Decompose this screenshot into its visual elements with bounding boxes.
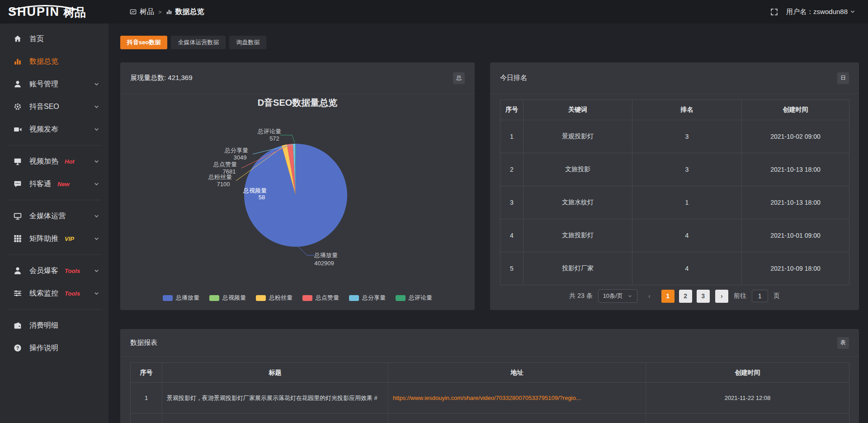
legend-swatch	[256, 295, 266, 301]
legend-swatch	[209, 295, 219, 301]
sidebar-item-sliders[interactable]: 线索监控Tools	[0, 282, 108, 305]
table-badge-button[interactable]: 表	[837, 337, 849, 349]
overview-panel: 展现量总数: 421,369 总 D音SEO数据量总览 总播放量402909总视…	[120, 62, 475, 310]
table-row	[131, 414, 849, 423]
sidebar-item-label: 视频发布	[29, 125, 58, 134]
sidebar-item-tag: New	[57, 181, 70, 188]
sidebar-divider	[7, 200, 101, 200]
report-cell-index	[131, 414, 162, 423]
tab-1[interactable]: 全媒体运营数据	[171, 36, 226, 49]
screen-icon	[14, 157, 23, 165]
member-icon	[14, 267, 23, 275]
page-button-3[interactable]: 3	[697, 290, 710, 303]
sidebar-divider	[7, 145, 101, 146]
sidebar-item-label: 抖客通	[29, 179, 51, 189]
sidebar-divider	[7, 309, 101, 310]
tab-2[interactable]: 询盘数据	[229, 36, 266, 49]
legend-item-总分享量[interactable]: 总分享量	[349, 294, 386, 302]
rank-cell: 2021-10-13 18:00	[742, 153, 849, 186]
rank-cell: 2021-10-13 18:00	[742, 186, 849, 219]
prev-page-button[interactable]: ‹	[643, 290, 656, 303]
sidebar-item-label: 操作说明	[29, 343, 58, 353]
report-cell-time: 2021-11-22 12:08	[646, 383, 849, 414]
header-right: 用户名：zswodun88	[770, 8, 855, 16]
chevron-down-icon	[850, 9, 855, 14]
sidebar: 首页数据总览账号管理抖音SEO视频发布视频加热Hot抖客通New全媒体运营矩阵助…	[0, 24, 108, 423]
impressions-total-label: 展现量总数: 421,369	[130, 74, 193, 82]
pie-callout-name: 总评论量	[257, 128, 281, 135]
table-row: 5投影灯厂家42021-10-09 18:00	[500, 252, 849, 285]
rank-column-header: 排名	[632, 100, 742, 120]
next-page-button[interactable]: ›	[715, 290, 728, 303]
table-row: 1景观投影灯32021-10-02 09:00	[500, 120, 849, 153]
sidebar-item-bar-chart[interactable]: 数据总览	[0, 50, 108, 73]
sidebar-item-grid[interactable]: 矩阵助推VIP	[0, 227, 108, 250]
chevron-down-icon	[94, 81, 99, 87]
rank-cell: 文旅水纹灯	[524, 186, 632, 219]
sidebar-item-help-circle[interactable]: ?操作说明	[0, 337, 108, 359]
report-table: 序号标题地址创建时间 1景观投影灯，夜游景观投影灯厂家展示展示落花灯在花园里的灯…	[130, 362, 849, 423]
report-table-header-row: 序号标题地址创建时间	[131, 363, 849, 383]
pie-callout-name: 总播放量	[314, 252, 338, 258]
chevron-down-icon	[94, 181, 99, 187]
fullscreen-icon[interactable]	[770, 8, 778, 16]
page-size-select[interactable]: 10条/页	[598, 289, 637, 303]
chevron-down-icon	[94, 127, 99, 132]
user-dropdown[interactable]: 用户名：zswodun88	[786, 8, 855, 16]
report-panel: 数据报表 表 序号标题地址创建时间 1景观投影灯，夜游景观投影灯厂家展示展示落花…	[120, 329, 859, 423]
site-icon	[130, 9, 137, 15]
chevron-down-icon	[94, 268, 99, 274]
rank-panel-title: 今日排名	[500, 74, 527, 82]
goto-page-input[interactable]	[752, 290, 768, 302]
sidebar-item-home[interactable]: 首页	[0, 28, 108, 50]
legend-item-总粉丝量[interactable]: 总粉丝量	[256, 294, 292, 302]
legend-item-总点赞量[interactable]: 总点赞量	[302, 294, 339, 302]
tab-0[interactable]: 抖音seo数据	[120, 36, 167, 49]
sidebar-item-wallet[interactable]: 消费明细	[0, 314, 108, 337]
sidebar-item-chat[interactable]: 抖客通New	[0, 173, 108, 195]
legend-item-总视频量[interactable]: 总视频量	[209, 294, 246, 302]
day-badge-button[interactable]: 日	[837, 72, 849, 84]
report-cell-index: 1	[131, 383, 162, 414]
rank-cell: 3	[500, 186, 524, 219]
page-button-1[interactable]: 1	[661, 290, 675, 303]
rank-column-header: 关键词	[524, 100, 632, 120]
sidebar-item-video-camera[interactable]: 视频发布	[0, 118, 108, 141]
rank-cell: 2021-10-09 18:00	[742, 252, 849, 285]
legend-item-总播放量[interactable]: 总播放量	[163, 294, 199, 302]
table-row: 2文旅投影32021-10-13 18:00	[500, 153, 849, 186]
sidebar-item-label: 抖音SEO	[29, 102, 59, 112]
rank-cell: 投影灯厂家	[524, 252, 632, 285]
pie-callout-name: 总视频量	[243, 187, 267, 194]
table-row: 4文旅投影灯42021-10-01 09:00	[500, 219, 849, 252]
table-row: 3文旅水纹灯12021-10-13 18:00	[500, 186, 849, 219]
sliders-icon	[14, 289, 23, 297]
rank-cell: 文旅投影	[524, 153, 632, 186]
report-cell-time	[646, 414, 849, 423]
sidebar-item-monitor[interactable]: 全媒体运营	[0, 205, 108, 227]
sidebar-item-gear[interactable]: 抖音SEO	[0, 95, 108, 118]
breadcrumb-root[interactable]: 树品	[130, 7, 154, 17]
report-column-header: 序号	[131, 363, 162, 383]
video-link[interactable]: https://www.iesdouyin.com/share/video/70…	[393, 395, 641, 401]
report-column-header: 标题	[162, 363, 388, 383]
legend-item-总评论量[interactable]: 总评论量	[396, 294, 432, 302]
chevron-down-icon	[94, 159, 99, 164]
legend-label: 总粉丝量	[269, 294, 292, 302]
chat-icon	[14, 180, 23, 188]
legend-swatch	[163, 295, 173, 301]
sidebar-item-user[interactable]: 账号管理	[0, 73, 108, 95]
rank-panel: 今日排名 日 序号关键词排名创建时间 1景观投影灯32021-10-02 09:…	[490, 62, 859, 310]
sidebar-item-tag: Tools	[65, 290, 80, 297]
sidebar-item-tag: Hot	[65, 158, 75, 165]
goto-label: 前往	[734, 292, 746, 300]
sidebar-item-member[interactable]: 会员爆客Tools	[0, 259, 108, 282]
goto-unit: 页	[774, 292, 780, 300]
rank-panel-head: 今日排名 日	[490, 62, 859, 94]
report-cell-title: 景观投影灯，夜游景观投影灯厂家展示展示落花灯在花园里的灯光投影应用效果 #	[162, 383, 388, 414]
total-badge-button[interactable]: 总	[453, 72, 465, 84]
sidebar-item-screen[interactable]: 视频加热Hot	[0, 150, 108, 173]
rank-column-header: 序号	[500, 100, 524, 120]
pie-label-line	[280, 135, 295, 143]
page-button-2[interactable]: 2	[679, 290, 692, 303]
